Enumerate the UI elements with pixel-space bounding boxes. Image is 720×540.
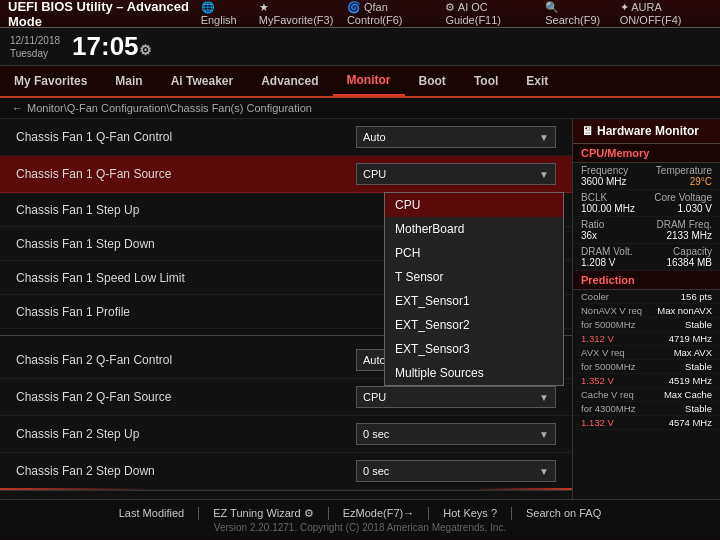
pred-avx-label: AVX V req — [581, 347, 625, 358]
pred-cache-header-val: Max Cache — [664, 389, 712, 400]
setting-chassis-fan2-stepup: Chassis Fan 2 Step Up 0 sec ▼ — [0, 416, 572, 453]
footer: Last Modified EZ Tuning Wizard ⚙ EzMode(… — [0, 499, 720, 539]
chevron-down-icon: ▼ — [539, 169, 549, 180]
dropdown-item-motherboard[interactable]: MotherBoard — [385, 217, 563, 241]
control-chassis-fan2-stepdown[interactable]: 0 sec ▼ — [356, 460, 556, 482]
red-accent-right — [472, 488, 572, 490]
control-chassis-fan1-source[interactable]: CPU ▼ — [356, 163, 556, 185]
util-aura[interactable]: ✦ AURA ON/OFF(F4) — [620, 1, 712, 26]
breadcrumb-back-icon[interactable]: ← — [12, 102, 23, 114]
select-fan1-source[interactable]: CPU ▼ — [356, 163, 556, 185]
dropdown-item-extsensor3[interactable]: EXT_Sensor3 — [385, 337, 563, 361]
footer-links: Last Modified EZ Tuning Wizard ⚙ EzMode(… — [105, 507, 615, 520]
setting-chassis-fan1-source: Chassis Fan 1 Q-Fan Source CPU ▼ — [0, 156, 572, 193]
pred-avx-sub: for 5000MHz Stable — [573, 360, 720, 374]
label-chassis-fan2-stepup: Chassis Fan 2 Step Up — [16, 427, 356, 441]
pred-cache-volt: 1.132 V — [581, 417, 614, 428]
pred-nonavx-header-val: Max nonAVX — [657, 305, 712, 316]
footer-copyright: Version 2.20.1271. Copyright (C) 2018 Am… — [214, 522, 506, 533]
select-fan2-source[interactable]: CPU ▼ — [356, 386, 556, 408]
hw-temp-value: 29°C — [656, 176, 712, 187]
chevron-down-icon: ▼ — [539, 132, 549, 143]
util-search[interactable]: 🔍 Search(F9) — [545, 1, 608, 26]
main-content: Chassis Fan 1 Q-Fan Control Auto ▼ Chass… — [0, 119, 720, 499]
hw-ratio-label: Ratio — [581, 219, 604, 230]
select-fan2-stepup[interactable]: 0 sec ▼ — [356, 423, 556, 445]
hw-dramfreq-label: DRAM Freq. — [656, 219, 712, 230]
label-chassis-fan2-control: Chassis Fan 2 Q-Fan Control — [16, 353, 356, 367]
hw-capacity-label: Capacity — [666, 246, 712, 257]
dropdown-item-pch[interactable]: PCH — [385, 241, 563, 265]
label-chassis-fan1-profile: Chassis Fan 1 Profile — [16, 305, 356, 319]
hw-corevolt-label: Core Voltage — [654, 192, 712, 203]
footer-link-eztuning[interactable]: EZ Tuning Wizard ⚙ — [199, 507, 328, 520]
pred-cooler-label: Cooler — [581, 291, 609, 302]
select-fan2-stepdown[interactable]: 0 sec ▼ — [356, 460, 556, 482]
nav-tweaker[interactable]: Ai Tweaker — [157, 66, 247, 96]
fan-source-dropdown[interactable]: CPU MotherBoard PCH T Sensor EXT_Sensor1… — [384, 192, 564, 386]
dropdown-item-extsensor2[interactable]: EXT_Sensor2 — [385, 313, 563, 337]
pred-avx-header-val: Max AVX — [674, 347, 712, 358]
footer-link-lastmodified[interactable]: Last Modified — [105, 507, 199, 520]
control-chassis-fan2-stepup[interactable]: 0 sec ▼ — [356, 423, 556, 445]
status-bar: i The assigned fan will be controlled ac… — [0, 490, 572, 499]
label-chassis-fan2-stepdown: Chassis Fan 2 Step Down — [16, 464, 356, 478]
info-icon: i — [10, 499, 26, 500]
nav-exit[interactable]: Exit — [512, 66, 562, 96]
nav-boot[interactable]: Boot — [405, 66, 460, 96]
pred-cache-sub: for 4300MHz Stable — [573, 402, 720, 416]
nav-main[interactable]: Main — [101, 66, 156, 96]
pred-nonavx-header: NonAVX V req Max nonAVX — [573, 304, 720, 318]
hw-row-dramvolt: DRAM Volt. 1.208 V Capacity 16384 MB — [573, 244, 720, 271]
footer-link-searchfaq[interactable]: Search on FAQ — [512, 507, 615, 520]
prediction-title: Prediction — [573, 271, 720, 290]
hw-bclk-value: 100.00 MHz — [581, 203, 635, 214]
hw-freq-label: Frequency — [581, 165, 628, 176]
nav-monitor[interactable]: Monitor — [333, 66, 405, 96]
label-chassis-fan1-control: Chassis Fan 1 Q-Fan Control — [16, 130, 356, 144]
dropdown-item-extsensor1[interactable]: EXT_Sensor1 — [385, 289, 563, 313]
control-chassis-fan1-control[interactable]: Auto ▼ — [356, 126, 556, 148]
hw-corevolt-value: 1.030 V — [654, 203, 712, 214]
time-bar: 12/11/2018 Tuesday 17:05⚙ — [0, 28, 720, 66]
util-myfavorite[interactable]: ★ MyFavorite(F3) — [259, 1, 335, 26]
red-accent-left — [0, 488, 150, 490]
dropdown-item-multiplesources[interactable]: Multiple Sources — [385, 361, 563, 385]
pred-avx-sub-val: Stable — [685, 361, 712, 372]
pred-avx-sub-label: for 5000MHz — [581, 361, 635, 372]
footer-link-hotkeys[interactable]: Hot Keys ? — [429, 507, 512, 520]
util-aioc[interactable]: ⚙ AI OC Guide(F11) — [445, 1, 533, 26]
header-bar: UEFI BIOS Utility – Advanced Mode 🌐 Engl… — [0, 0, 720, 28]
label-chassis-fan1-lowlimit: Chassis Fan 1 Speed Low Limit — [16, 271, 356, 285]
nav-tool[interactable]: Tool — [460, 66, 512, 96]
util-english[interactable]: 🌐 English — [201, 1, 247, 26]
setting-chassis-fan2-stepdown: Chassis Fan 2 Step Down 0 sec ▼ — [0, 453, 572, 490]
header-utils: 🌐 English ★ MyFavorite(F3) 🌀 Qfan Contro… — [201, 1, 712, 26]
clock-gear-icon[interactable]: ⚙ — [139, 42, 152, 58]
hw-dramvolt-value: 1.208 V — [581, 257, 633, 268]
nav-advanced[interactable]: Advanced — [247, 66, 332, 96]
dropdown-item-tsensor[interactable]: T Sensor — [385, 265, 563, 289]
pred-avx-freq: 4519 MHz — [669, 375, 712, 386]
footer-link-ezmode[interactable]: EzMode(F7)→ — [329, 507, 430, 520]
pred-nonavx-sub-label: for 5000MHz — [581, 319, 635, 330]
pred-nonavx-freq: 4719 MHz — [669, 333, 712, 344]
dropdown-item-cpu[interactable]: CPU — [385, 193, 563, 217]
pred-nonavx-label: NonAVX V req — [581, 305, 642, 316]
label-chassis-fan1-source: Chassis Fan 1 Q-Fan Source — [16, 167, 356, 181]
hw-ratio-value: 36x — [581, 230, 604, 241]
label-chassis-fan1-stepdown: Chassis Fan 1 Step Down — [16, 237, 356, 251]
chevron-down-icon: ▼ — [539, 392, 549, 403]
pred-nonavx-volt: 1.312 V — [581, 333, 614, 344]
hw-dramfreq-value: 2133 MHz — [656, 230, 712, 241]
hw-row-bclk: BCLK 100.00 MHz Core Voltage 1.030 V — [573, 190, 720, 217]
util-qfan[interactable]: 🌀 Qfan Control(F6) — [347, 1, 433, 26]
hw-capacity-value: 16384 MB — [666, 257, 712, 268]
control-chassis-fan2-source[interactable]: CPU ▼ — [356, 386, 556, 408]
monitor-icon: 🖥 — [581, 124, 593, 138]
select-fan1-control[interactable]: Auto ▼ — [356, 126, 556, 148]
pred-cache-sub-val: Stable — [685, 403, 712, 414]
nav-favorites[interactable]: My Favorites — [0, 66, 101, 96]
pred-avx-header: AVX V req Max AVX — [573, 346, 720, 360]
pred-nonavx-sub-val: Stable — [685, 319, 712, 330]
